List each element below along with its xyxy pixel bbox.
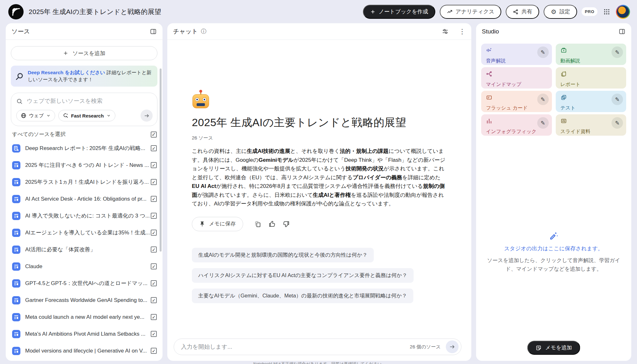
studio-card[interactable]: レポート <box>556 67 626 89</box>
studio-card[interactable]: 動画解説✎ <box>556 44 626 65</box>
web-source-icon <box>12 246 20 254</box>
disclaimer-footnote: NotebookLMは不正確な場合があります。回答は再確認してください。 <box>168 361 471 364</box>
search-icon <box>16 98 23 104</box>
source-checkbox[interactable]: ✓ <box>151 230 157 236</box>
studio-card-grid: 音声解説✎動画解説✎マインドマップレポートフラッシュ カード✎テスト✎インフォグ… <box>476 40 631 136</box>
source-list-item[interactable]: Claude✓ <box>11 258 157 275</box>
thumb-down-icon[interactable] <box>283 220 290 228</box>
source-list-item[interactable]: Deep Research レポート: 2025年 生成AIの戦略...✓ <box>11 140 157 157</box>
chat-input[interactable] <box>181 344 410 350</box>
suggested-question-chip[interactable]: 主要なAIモデル（Gemini、Claude、Meta）の最新の技術的進化と市場… <box>192 289 413 303</box>
pencil-icon[interactable]: ✎ <box>612 94 623 105</box>
pencil-icon[interactable]: ✎ <box>537 117 549 129</box>
chat-scroll-area[interactable]: 2025年 生成AIの主要トレンドと戦略的展望 26 ソース これらの資料は、主… <box>167 40 471 339</box>
thumb-up-icon[interactable] <box>268 220 276 228</box>
settings-button[interactable]: ⚙ 設定 <box>544 5 577 19</box>
web-filter-chip[interactable]: ウェブ <box>16 110 55 121</box>
source-checkbox[interactable]: ✓ <box>151 145 157 151</box>
studio-card[interactable]: テスト✎ <box>556 91 626 112</box>
panel-toggle-icon[interactable] <box>150 28 157 35</box>
suggested-question-chip[interactable]: ハイリスクAIシステムに対するEU AI Actの主要なコンプライアンス要件と義… <box>192 268 414 283</box>
studio-card[interactable]: マインドマップ <box>481 67 552 89</box>
apps-grid-icon[interactable] <box>603 8 610 15</box>
share-button[interactable]: 共有 <box>506 5 539 19</box>
studio-card[interactable]: スライド資料✎ <box>556 114 626 136</box>
web-source-search-input[interactable] <box>27 98 153 104</box>
user-avatar[interactable] <box>616 5 630 19</box>
source-list-item[interactable]: Meta's AI Ambitions Pivot Amid Llama Set… <box>11 325 157 342</box>
source-list-item[interactable]: AI 導入で失敗しないために: コスト最適化の 3 つ...✓ <box>11 207 157 224</box>
deep-research-banner[interactable]: Deep Research をお試しください 詳細なレポートと新しいソースを入手… <box>11 66 157 87</box>
source-checkbox[interactable]: ✓ <box>151 162 157 168</box>
add-source-label: ソースを追加 <box>72 50 105 57</box>
search-submit-button[interactable] <box>141 110 153 122</box>
fast-research-chip[interactable]: Fast Research <box>58 110 115 121</box>
add-note-button[interactable]: メモを追加 <box>527 341 580 355</box>
deep-research-link[interactable]: Deep Research をお試しください <box>28 70 105 75</box>
source-checkbox[interactable]: ✓ <box>151 280 157 286</box>
sources-scrollbar[interactable] <box>160 68 162 252</box>
web-source-icon <box>12 161 20 169</box>
copy-icon[interactable] <box>254 220 261 228</box>
source-title: 2025年ラスト1ヵ月！生成AIトレンドを振り返ろ... <box>25 178 149 186</box>
source-checkbox[interactable]: ✓ <box>151 314 157 320</box>
arrow-right-icon <box>449 344 455 350</box>
source-list-item[interactable]: GPT-4.5とGPT-5：次世代AIへの道とロードマッ...✓ <box>11 275 157 292</box>
add-source-button[interactable]: ソースを追加 <box>11 46 157 60</box>
source-list-item[interactable]: Model versions and lifecycle | Generativ… <box>11 342 157 359</box>
summary-title: 2025年 生成AIの主要トレンドと戦略的展望 <box>192 115 447 130</box>
tune-icon[interactable] <box>442 28 449 35</box>
source-checkbox[interactable]: ✓ <box>151 263 157 269</box>
pencil-icon[interactable]: ✎ <box>612 46 623 58</box>
pencil-icon[interactable]: ✎ <box>537 94 549 105</box>
studio-card[interactable]: フラッシュ カード✎ <box>481 91 552 112</box>
web-search-card: ウェブ Fast Research <box>11 93 157 126</box>
pencil-icon[interactable]: ✎ <box>612 117 623 129</box>
source-checkbox[interactable]: ✓ <box>151 213 157 219</box>
source-checkbox[interactable]: ✓ <box>151 348 157 354</box>
source-list-item[interactable]: AI活用に必要な「体質改善」✓ <box>11 241 157 258</box>
source-list-item[interactable]: AIエージェントを導入している企業は35%！生成...✓ <box>11 224 157 241</box>
source-list-item[interactable]: AI Act Service Desk - Article 16: Obliga… <box>11 190 157 207</box>
kebab-menu-icon[interactable]: ⋮ <box>459 28 466 35</box>
select-all-label: すべてのソースを選択 <box>12 131 66 138</box>
fast-research-label: Fast Research <box>71 113 104 118</box>
web-source-icon <box>12 229 20 237</box>
settings-label: 設定 <box>559 8 570 15</box>
source-title: Deep Research レポート: 2025年 生成AIの戦略... <box>25 145 145 152</box>
source-checkbox[interactable]: ✓ <box>151 196 157 202</box>
infographic-icon <box>486 118 492 124</box>
source-checkbox[interactable]: ✓ <box>151 246 157 253</box>
studio-card[interactable]: インフォグラフィック✎ <box>481 114 552 136</box>
trending-up-icon <box>447 9 453 15</box>
info-icon[interactable]: ⓘ <box>201 28 206 35</box>
suggested-question-chip[interactable]: 生成AIのモデル開発と規制環境の国際的な現状と今後の方向性は何か？ <box>192 248 374 262</box>
create-notebook-button[interactable]: ノートブックを作成 <box>363 5 435 19</box>
source-title: AI活用に必要な「体質改善」 <box>25 246 96 253</box>
save-to-note-button[interactable]: メモに保存 <box>192 217 243 231</box>
chat-source-count: 26 個のソース <box>410 344 441 350</box>
source-checkbox[interactable]: ✓ <box>151 179 157 185</box>
source-checkbox[interactable]: ✓ <box>151 331 157 337</box>
web-source-icon <box>12 330 20 338</box>
notebooklm-logo[interactable] <box>8 4 24 19</box>
source-title: Model versions and lifecycle | Generativ… <box>25 348 147 354</box>
studio-card[interactable]: 音声解説✎ <box>481 44 552 65</box>
source-list-item[interactable]: 2025年ラスト1ヵ月！生成AIトレンドを振り返ろ...✓ <box>11 174 157 190</box>
source-title: GPT-4.5とGPT-5：次世代AIへの道とロードマッ... <box>25 280 148 287</box>
send-button[interactable] <box>446 340 459 353</box>
source-checkbox[interactable]: ✓ <box>151 297 157 303</box>
pencil-icon[interactable]: ✎ <box>537 46 549 58</box>
studio-card-label: テスト <box>561 105 623 111</box>
analytics-button[interactable]: アナリティクス <box>440 5 502 19</box>
studio-empty-description: ソースを追加したら、クリックして音声解説、学習ガイド、マインドマップなどを追加し… <box>486 256 622 273</box>
source-list-item[interactable]: 2025 年に注目すべき 6 つの AI トレンド - News ...✓ <box>11 157 157 174</box>
panel-toggle-icon[interactable] <box>619 28 626 35</box>
chat-panel: チャット ⓘ ⋮ 2025年 生成AIの主要トレンドと戦略的展望 26 ソース … <box>167 23 471 361</box>
studio-card-label: レポート <box>561 81 623 88</box>
source-list-item[interactable]: Gartner Forecasts Worldwide GenAI Spendi… <box>11 292 157 309</box>
add-note-label: メモを追加 <box>545 344 572 351</box>
web-source-icon <box>12 296 20 304</box>
source-list-item[interactable]: Meta could launch a new AI model early n… <box>11 309 157 325</box>
select-all-checkbox[interactable]: ✓ <box>151 132 157 138</box>
